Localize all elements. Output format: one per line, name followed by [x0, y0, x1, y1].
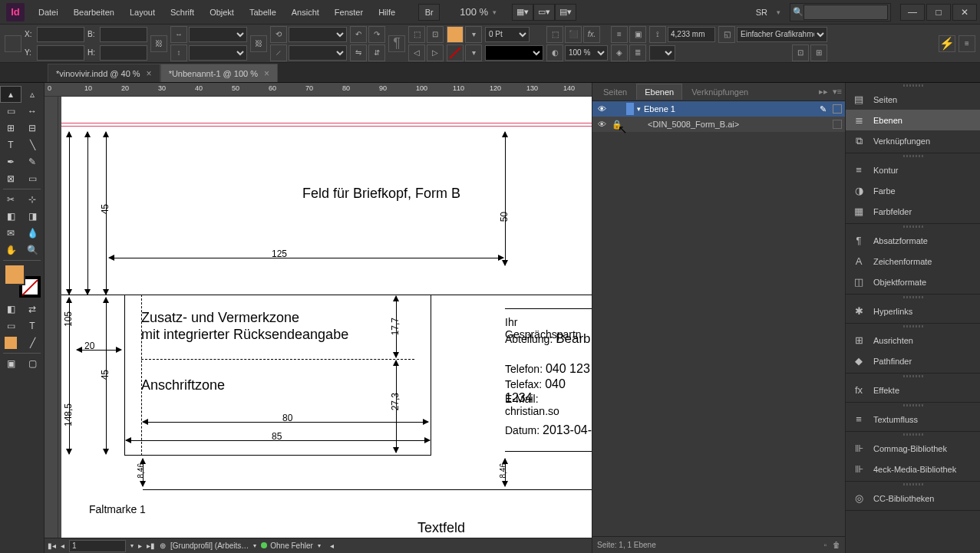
- select-next-button[interactable]: ▷: [427, 44, 444, 61]
- select-container-button[interactable]: ⬚: [408, 26, 425, 43]
- target-icon[interactable]: [833, 104, 842, 114]
- gap-tool[interactable]: ↔: [21, 103, 43, 120]
- panel-button-seiten[interactable]: ▤Seiten: [846, 89, 980, 110]
- flip-h-button[interactable]: ⇋: [350, 44, 367, 61]
- reference-point[interactable]: [5, 35, 21, 52]
- rotate-input[interactable]: [289, 27, 347, 42]
- fit-content-button[interactable]: ⊡: [792, 44, 809, 61]
- scroll-left-icon[interactable]: ◂: [330, 541, 334, 550]
- panel-button-objektformate[interactable]: ◫Objektformate: [846, 272, 980, 292]
- menu-schrift[interactable]: Schrift: [163, 8, 202, 17]
- x-input[interactable]: [37, 27, 84, 42]
- zoom-level[interactable]: 100 %: [455, 6, 493, 18]
- align-to-input[interactable]: [649, 45, 675, 61]
- pen-tool[interactable]: ✒: [0, 153, 21, 170]
- apply-color-button[interactable]: [5, 337, 17, 349]
- panel-button-hyperlinks[interactable]: ✱Hyperlinks: [846, 301, 980, 321]
- corner-button[interactable]: ⬚: [546, 26, 563, 43]
- new-layer-button[interactable]: ▫: [823, 541, 827, 549]
- menu-datei[interactable]: Datei: [31, 8, 66, 17]
- select-prev-button[interactable]: ◁: [408, 44, 425, 61]
- arrange-docs-button[interactable]: ▤▾: [555, 4, 576, 21]
- delete-layer-button[interactable]: 🗑: [833, 541, 840, 549]
- document-tab[interactable]: *vinovivir.indd @ 40 % ×: [48, 64, 160, 82]
- formatting-text-button[interactable]: T: [21, 318, 43, 334]
- layer-row[interactable]: 👁 ▾ Ebene 1 ✎: [592, 101, 845, 117]
- menu-bearbeiten[interactable]: Bearbeiten: [66, 8, 122, 17]
- fit-frame-button[interactable]: ⊞: [810, 44, 827, 61]
- layer-row[interactable]: 👁 🔒 <DIN_5008_Form_B.ai>: [592, 117, 845, 132]
- fill-dropdown[interactable]: ▾: [465, 26, 482, 43]
- w-input[interactable]: [100, 27, 147, 42]
- corner-options-button[interactable]: ⬛: [565, 26, 582, 43]
- wrap-around-button[interactable]: ▣: [629, 26, 646, 43]
- eyedropper-tool[interactable]: 💧: [21, 225, 43, 242]
- formatting-container-button[interactable]: ▭: [0, 318, 21, 334]
- control-menu-button[interactable]: ≡: [959, 35, 975, 52]
- visibility-toggle[interactable]: 👁: [596, 104, 608, 114]
- rotate-cw-button[interactable]: ↷: [368, 26, 385, 43]
- default-fill-button[interactable]: ◧: [0, 301, 21, 318]
- note-tool[interactable]: ✉: [0, 225, 21, 242]
- menu-hilfe[interactable]: Hilfe: [371, 8, 403, 17]
- measure-input[interactable]: [668, 27, 715, 42]
- panel-tab-seiten[interactable]: Seiten: [596, 84, 635, 100]
- document-tab[interactable]: *Unbenannt-1 @ 100 % ×: [160, 64, 278, 82]
- quick-apply-button[interactable]: ⚡: [939, 35, 955, 52]
- stroke-weight-input[interactable]: 0 Pt: [485, 27, 530, 42]
- gradient-swatch-tool[interactable]: ◧: [0, 208, 21, 225]
- panel-button-verkn-pfungen[interactable]: ⧉Verknüpfungen: [846, 130, 980, 151]
- workspace-label[interactable]: SR: [756, 8, 767, 17]
- gradient-feather-tool[interactable]: ◨: [21, 208, 43, 225]
- page-dropdown-icon[interactable]: ▾: [130, 542, 134, 549]
- apply-none-button[interactable]: ╱: [21, 334, 43, 351]
- fx-button[interactable]: fx.: [583, 26, 600, 43]
- preview-view-button[interactable]: ▢: [21, 355, 43, 372]
- line-tool[interactable]: ╲: [21, 137, 43, 153]
- panel-tab-ebenen[interactable]: Ebenen: [636, 84, 682, 100]
- nav-last-icon[interactable]: ▸▮: [147, 541, 155, 550]
- content-collector-tool[interactable]: ⊞: [0, 120, 21, 137]
- panel-button-farbfelder[interactable]: ▦Farbfelder: [846, 201, 980, 222]
- scale-y-input[interactable]: [189, 45, 247, 61]
- pencil-tool[interactable]: ✎: [21, 153, 43, 170]
- content-placer-tool[interactable]: ⊟: [21, 120, 43, 137]
- window-minimize-button[interactable]: —: [900, 4, 925, 21]
- constrain-scale-button[interactable]: ⛓: [250, 35, 267, 52]
- wrap-jump-button[interactable]: ≣: [629, 44, 646, 61]
- panel-button-ausrichten[interactable]: ⊞Ausrichten: [846, 330, 980, 351]
- page-number-input[interactable]: [69, 540, 126, 552]
- scale-x-input[interactable]: [189, 27, 247, 42]
- fill-color[interactable]: [4, 264, 25, 285]
- view-options-button[interactable]: ▦▾: [512, 4, 533, 21]
- menu-objekt[interactable]: Objekt: [202, 8, 242, 17]
- preflight-label[interactable]: Ohne Fehler: [270, 541, 313, 550]
- wrap-none-button[interactable]: ≡: [611, 26, 628, 43]
- stroke-dropdown[interactable]: ▾: [465, 44, 482, 61]
- panel-button-textumfluss[interactable]: ≡Textumfluss: [846, 409, 980, 430]
- type-tool[interactable]: T: [0, 137, 21, 153]
- zoom-tool[interactable]: 🔍: [21, 242, 43, 258]
- panel-button-cc-bibliotheken[interactable]: ◎CC-Bibliotheken: [846, 488, 980, 509]
- free-transform-tool[interactable]: ⊹: [21, 191, 43, 208]
- panel-button-farbe[interactable]: ◑Farbe: [846, 180, 980, 201]
- horizontal-ruler[interactable]: 0 10 20 30 40 50 60 70 80 90 100 110 120…: [45, 83, 592, 97]
- panel-button-commag-bibliothek[interactable]: ⊪Commag-Bibliothek: [846, 438, 980, 459]
- close-icon[interactable]: ×: [147, 68, 152, 79]
- menu-tabelle[interactable]: Tabelle: [242, 8, 284, 17]
- panel-button-ebenen[interactable]: ≣Ebenen: [846, 110, 980, 130]
- constrain-proportions-button[interactable]: ⛓: [150, 35, 167, 52]
- page-tool[interactable]: ▭: [0, 103, 21, 120]
- menu-ansicht[interactable]: Ansicht: [284, 8, 327, 17]
- nav-next-icon[interactable]: ▸: [138, 541, 142, 550]
- menu-fenster[interactable]: Fenster: [327, 8, 371, 17]
- nav-first-icon[interactable]: ▮◂: [48, 541, 56, 550]
- panel-button-pathfinder[interactable]: ◆Pathfinder: [846, 351, 980, 371]
- panel-button-effekte[interactable]: fxEffekte: [846, 380, 980, 400]
- rectangle-tool[interactable]: ▭: [21, 170, 43, 187]
- collapse-icon[interactable]: ▸▸: [819, 87, 828, 97]
- panel-button-zeichenformate[interactable]: AZeichenformate: [846, 251, 980, 272]
- fill-stroke-swatches[interactable]: [4, 264, 41, 298]
- swap-fill-stroke-button[interactable]: ⇄: [21, 301, 43, 318]
- nav-prev-icon[interactable]: ◂: [61, 541, 64, 550]
